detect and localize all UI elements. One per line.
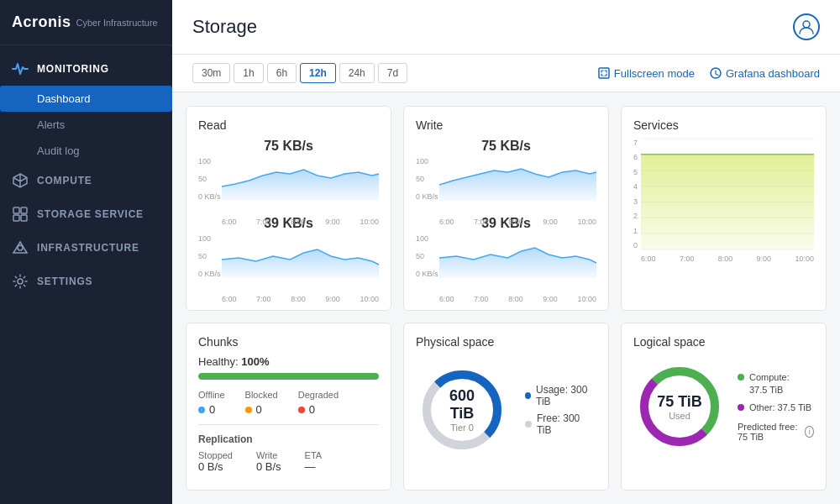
time-btn-7d[interactable]: 7d <box>378 63 407 83</box>
main-content: Storage 30m 1h 6h 12h 24h 7d Fullscreen … <box>172 0 840 504</box>
blocked-label: Blocked <box>245 390 278 400</box>
read-svg1 <box>222 157 379 216</box>
physical-donut-small: Tier 0 <box>439 423 486 433</box>
chunks-offline-col: Offline 0 <box>198 390 225 416</box>
chunks-card-title: Chunks <box>198 335 379 349</box>
read-ylabels2: 100 50 0 KB/s <box>198 234 222 278</box>
read-chart2: 100 50 0 KB/s 6:00 7:00 8:00 9:00 <box>198 234 379 293</box>
logical-donut: 75 TiB Used <box>633 360 726 453</box>
predicted-value: 75 TiB <box>738 432 764 442</box>
svg-rect-3 <box>21 215 27 221</box>
grid-icon <box>12 206 29 223</box>
logical-legend: Compute:37.5 TiB Other: 37.5 TiB Predict… <box>738 371 814 442</box>
compute-dot <box>738 374 744 381</box>
services-card: Services 7 6 5 4 3 2 1 0 <box>621 106 827 311</box>
compute-label: COMPUTE <box>37 175 92 186</box>
read-card: Read 75 KB/s 100 50 0 KB/s 6:00 <box>186 106 391 311</box>
degraded-dot <box>298 407 305 413</box>
usage-dot <box>525 392 531 399</box>
chunks-blocked-col: Blocked 0 <box>245 390 278 416</box>
gear-icon <box>12 273 29 290</box>
physical-donut: 600 TiB Tier 0 <box>416 364 508 456</box>
stopped-value: 0 B/s <box>198 460 233 473</box>
read-chart1: 100 50 0 KB/s 6:00 7:00 8:00 9:00 <box>198 157 379 216</box>
read-ylabels: 100 50 0 KB/s <box>198 157 222 201</box>
sidebar-subitem-alerts[interactable]: Alerts <box>0 112 172 138</box>
offline-dot <box>198 407 205 413</box>
grafana-label: Grafana dashboard <box>726 67 820 80</box>
write-value: 0 B/s <box>256 460 281 473</box>
free-dot <box>525 421 532 428</box>
fullscreen-label: Fullscreen mode <box>614 67 695 80</box>
replication-eta: ETA — <box>305 450 323 473</box>
replication-section: Replication Stopped 0 B/s Write 0 B/s ET… <box>198 424 379 473</box>
svg-point-5 <box>18 279 23 284</box>
degraded-value: 0 <box>309 403 315 416</box>
grafana-link[interactable]: Grafana dashboard <box>710 67 820 80</box>
fullscreen-link[interactable]: Fullscreen mode <box>598 67 695 80</box>
write-card-title: Write <box>416 118 596 132</box>
read-svg2 <box>222 234 379 293</box>
offline-value: 0 <box>209 403 215 416</box>
sidebar-item-infrastructure[interactable]: INFRASTRUCTURE <box>0 231 172 265</box>
chunks-status-row: Offline 0 Blocked 0 Degraded <box>198 390 379 416</box>
sidebar-item-compute[interactable]: COMPUTE <box>0 164 172 197</box>
toolbar-actions: Fullscreen mode Grafana dashboard <box>598 67 820 80</box>
read-xlabels2: 6:00 7:00 8:00 9:00 10:00 <box>222 295 379 303</box>
read-card-title: Read <box>198 118 379 132</box>
services-chart: 7 6 5 4 3 2 1 0 <box>633 139 814 273</box>
cards-grid: Read 75 KB/s 100 50 0 KB/s 6:00 <box>172 92 840 504</box>
replication-title: Replication <box>198 433 379 445</box>
triangle-icon <box>12 239 29 256</box>
time-range-buttons: 30m 1h 6h 12h 24h 7d <box>192 63 407 83</box>
toolbar: 30m 1h 6h 12h 24h 7d Fullscreen mode Gra… <box>172 55 840 92</box>
compute-value: 37.5 TiB <box>749 385 783 395</box>
write-value1: 75 KB/s <box>416 139 596 154</box>
time-btn-6h[interactable]: 6h <box>267 63 297 83</box>
physical-donut-big: 600 TiB <box>439 387 486 423</box>
write-chart1: 100 50 0 KB/s 6:00 7:00 8:00 9:00 <box>416 157 596 216</box>
usage-label: Usage: 300 TiB <box>536 384 596 407</box>
sidebar-item-storage[interactable]: STORAGE SERVICE <box>0 197 172 231</box>
logical-donut-small: Used <box>657 411 702 421</box>
replication-row: Stopped 0 B/s Write 0 B/s ETA — <box>198 450 379 473</box>
sidebar: Acronis Cyber Infrastructure MONITORING … <box>0 0 172 504</box>
info-icon[interactable]: i <box>805 426 814 438</box>
svg-point-6 <box>803 21 810 28</box>
main-header: Storage <box>172 0 840 55</box>
logical-space-card: Logical space 75 TiB Used <box>621 323 827 491</box>
sidebar-subitem-dashboard[interactable]: Dashboard <box>0 86 172 112</box>
physical-legend: Usage: 300 TiB Free: 300 TiB <box>525 384 596 436</box>
svg-rect-0 <box>13 207 19 213</box>
user-icon[interactable] <box>793 13 820 40</box>
sidebar-item-settings[interactable]: SETTINGS <box>0 265 172 298</box>
logical-space-content: 75 TiB Used Compute:37.5 TiB Other: 37.5… <box>633 355 814 458</box>
chunks-degraded-col: Degraded 0 <box>298 390 339 416</box>
physical-space-content: 600 TiB Tier 0 Usage: 300 TiB Free: 300 … <box>416 355 596 465</box>
svg-rect-2 <box>13 215 19 221</box>
page-title: Storage <box>192 16 257 38</box>
time-btn-12h[interactable]: 12h <box>300 63 336 83</box>
other-label: Other: 37.5 TiB <box>749 402 811 414</box>
svg-rect-1 <box>21 207 27 213</box>
sidebar-item-monitoring[interactable]: MONITORING <box>0 52 172 86</box>
services-card-title: Services <box>633 118 814 132</box>
time-btn-1h[interactable]: 1h <box>234 63 263 83</box>
replication-write: Write 0 B/s <box>256 450 281 473</box>
sidebar-nav: MONITORING Dashboard Alerts Audit log CO… <box>0 45 172 504</box>
sidebar-subitem-auditlog[interactable]: Audit log <box>0 138 172 164</box>
chunks-progress-fill <box>198 373 379 380</box>
chunks-card: Chunks Healthy: 100% Offline 0 Blocked <box>186 323 391 491</box>
time-btn-24h[interactable]: 24h <box>339 63 375 83</box>
eta-value: — <box>305 460 323 473</box>
logo-text: Acronis <box>12 13 71 31</box>
degraded-label: Degraded <box>298 390 339 400</box>
time-btn-30m[interactable]: 30m <box>192 63 230 83</box>
compute-label: Compute: <box>749 372 790 382</box>
replication-stopped: Stopped 0 B/s <box>198 450 233 473</box>
read-value1: 75 KB/s <box>198 139 379 154</box>
svg-point-4 <box>18 245 23 250</box>
offline-label: Offline <box>198 390 225 400</box>
other-dot <box>738 404 744 411</box>
free-label: Free: 300 TiB <box>537 412 596 436</box>
